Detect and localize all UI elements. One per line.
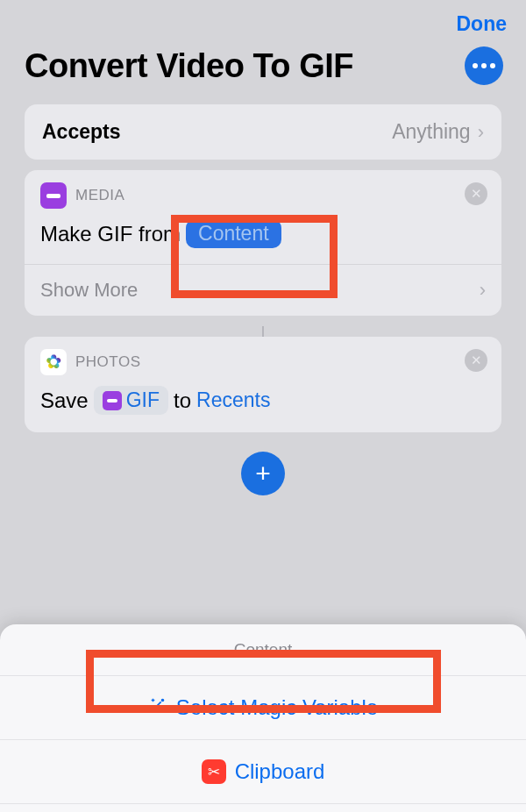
wand-icon (148, 695, 167, 720)
connector-line (262, 326, 264, 337)
variable-token-content[interactable]: Content (186, 219, 281, 248)
add-action-button[interactable]: + (241, 452, 285, 495)
action-text: to (174, 388, 191, 413)
accepts-row[interactable]: Accepts Anything › (25, 104, 501, 160)
svg-point-0 (161, 700, 163, 702)
select-magic-variable-option[interactable]: Select Magic Variable (0, 675, 526, 739)
photos-icon (40, 349, 67, 375)
destination-link[interactable]: Recents (196, 388, 270, 412)
variable-pill-gif[interactable]: GIF (94, 386, 168, 415)
accepts-value: Anything › (392, 120, 484, 144)
sheet-title: Content (0, 624, 526, 675)
action-make-gif: ✕ MEDIA Make GIF from Content Show More … (25, 170, 501, 316)
chevron-right-icon: › (478, 121, 484, 144)
category-label: PHOTOS (75, 353, 140, 371)
plus-icon: + (255, 459, 271, 488)
action-text: Make GIF from (40, 222, 181, 246)
clipboard-option[interactable]: ✂ Clipboard (0, 739, 526, 803)
done-button[interactable]: Done (457, 12, 508, 36)
chevron-right-icon: › (480, 279, 486, 302)
ellipsis-icon (473, 63, 478, 68)
category-label: MEDIA (75, 187, 124, 204)
close-icon[interactable]: ✕ (465, 182, 487, 205)
variable-picker-sheet: Content Select Magic Variable ✂ Clipboar… (0, 624, 526, 812)
show-more-button[interactable]: Show More › (25, 264, 501, 316)
accepts-label: Accepts (42, 120, 120, 144)
more-options-button[interactable] (465, 46, 503, 85)
close-icon[interactable]: ✕ (465, 349, 487, 372)
media-icon (103, 391, 122, 410)
action-save-photos: ✕ PHOTOS Save GIF to Recents (25, 337, 501, 432)
scissors-icon: ✂ (202, 759, 226, 784)
media-icon (40, 182, 67, 209)
action-text: Save (40, 388, 89, 413)
page-title: Convert Video To GIF (25, 47, 353, 85)
